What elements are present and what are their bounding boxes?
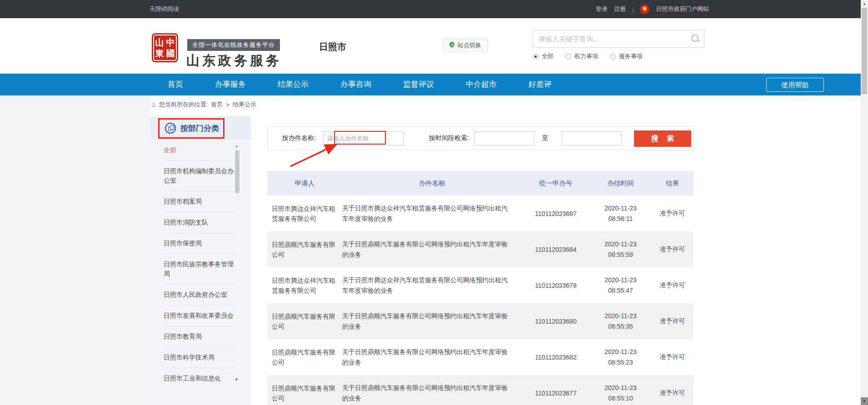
cell-date: 2020-11-23 xyxy=(590,347,651,357)
sidebar-scroll-up-icon[interactable]: ▲ xyxy=(234,144,239,148)
cell-datetime: 2020-11-23 08:55:23 xyxy=(590,347,651,368)
register-link[interactable]: 注册 xyxy=(614,5,626,13)
search-button[interactable]: 搜 索 xyxy=(634,130,691,147)
sidebar-scroll-down-icon[interactable]: ▼ xyxy=(234,377,239,382)
table-row: 日照市腾达众祥汽车租赁服务有限公司 关于日照市腾达众祥汽车租赁服务有限公司网络预… xyxy=(267,267,693,303)
platform-badge: 全国一体化在线政务服务平台 xyxy=(187,39,280,51)
cell-title: 关于日照鼎顺汽车服务有限公司网络预约出租汽车年度审验的业务 xyxy=(342,347,522,368)
sidebar-item[interactable]: 日照市机构编制委员会办公室 xyxy=(164,161,237,191)
page: 无障碍阅读 登录 注册 | ★ 日照市政府门户网站 山東 中國 全国一体化在线政… xyxy=(0,0,868,405)
cell-time: 08:55:23 xyxy=(590,357,651,368)
cell-id: 110112023687 xyxy=(522,210,590,217)
cell-result: 准予许可 xyxy=(651,245,693,254)
radio-selected-icon[interactable] xyxy=(533,54,539,60)
sidebar-item[interactable]: 日照市教育局 xyxy=(164,326,237,347)
cell-title: 关于日照鼎顺汽车服务有限公司网络预约出租汽车年度审验的业务 xyxy=(342,383,522,404)
cell-time: 08:56:11 xyxy=(590,214,651,224)
date-from-input[interactable] xyxy=(474,131,534,145)
filter-option-service[interactable]: 服务事项 xyxy=(610,52,643,60)
cell-time: 08:55:10 xyxy=(590,393,651,404)
results-table: 申请人 办件名称 统一申办号 办结时间 结果 日照市腾达众祥汽车租赁服务有限公司… xyxy=(267,171,693,405)
login-link[interactable]: 登录 xyxy=(596,5,608,13)
cell-result: 准予许可 xyxy=(651,317,693,325)
help-button[interactable]: 使用帮助 xyxy=(766,78,824,92)
nav-item-supervision[interactable]: 监督评议 xyxy=(387,74,450,95)
name-filter-label: 按办件名称: xyxy=(282,134,316,142)
cell-datetime: 2020-11-23 08:55:35 xyxy=(590,311,651,332)
nav-item-consult[interactable]: 办事咨询 xyxy=(324,74,387,95)
sidebar-item-all[interactable]: 全部 xyxy=(164,140,237,161)
col-header-id: 统一申办号 xyxy=(522,179,590,188)
accessibility-link[interactable]: 无障碍阅读 xyxy=(150,0,179,18)
breadcrumb-home-link[interactable]: 首页 xyxy=(211,100,223,109)
sidebar-item[interactable]: 日照市档案局 xyxy=(164,191,237,212)
header: 山東 中國 全国一体化在线政务服务平台 山东政务服务 日照市 站点切换 全部 权… xyxy=(0,18,868,74)
sidebar-item[interactable]: 日照市工业和信息化 xyxy=(164,368,237,389)
cell-date: 2020-11-23 xyxy=(590,239,651,250)
table-row: 日照鼎顺汽车服务有限公司 关于日照鼎顺汽车服务有限公司网络预约出租汽车年度审验的… xyxy=(267,231,693,267)
radio-icon[interactable] xyxy=(565,54,571,60)
filter-option-power[interactable]: 权力事项 xyxy=(565,52,598,60)
cell-id: 110112023677 xyxy=(522,390,590,397)
cell-datetime: 2020-11-23 08:55:10 xyxy=(590,383,651,404)
header-search-input[interactable] xyxy=(533,30,683,47)
cell-applicant: 日照鼎顺汽车服务有限公司 xyxy=(267,383,342,403)
category-icon xyxy=(165,123,176,134)
table-row: 日照鼎顺汽车服务有限公司 关于日照鼎顺汽车服务有限公司网络预约出租汽车年度审验的… xyxy=(267,339,693,375)
portal-link[interactable]: 日照市政府门户网站 xyxy=(656,5,709,13)
cell-applicant: 日照市腾达众祥汽车租赁服务有限公司 xyxy=(267,204,342,224)
topbar-separator: | xyxy=(632,6,634,13)
seal-left-chars: 山東 xyxy=(155,37,164,59)
table-row: 日照鼎顺汽车服务有限公司 关于日照鼎顺汽车服务有限公司网络预约出租汽车年度审验的… xyxy=(267,303,693,339)
sidebar-item[interactable]: 日照市科学技术局 xyxy=(164,347,237,368)
sidebar-scrollbar-thumb[interactable] xyxy=(235,150,239,194)
cell-applicant: 日照市腾达众祥汽车租赁服务有限公司 xyxy=(267,275,342,295)
cell-datetime: 2020-11-23 08:56:11 xyxy=(590,203,651,224)
col-header-applicant: 申请人 xyxy=(267,178,342,188)
breadcrumb-current[interactable]: 结果公示 xyxy=(233,100,256,109)
nav-item-services[interactable]: 办事服务 xyxy=(199,74,262,95)
radio-icon[interactable] xyxy=(610,54,616,60)
search-filter-bar: 按办件名称: 按时间段检索: 至 搜 索 xyxy=(267,126,693,150)
cell-date: 2020-11-23 xyxy=(590,275,651,285)
to-label: 至 xyxy=(542,134,549,142)
sidebar-title: 按部门分类 xyxy=(180,123,219,134)
table-header-row: 申请人 办件名称 统一申办号 办结时间 结果 xyxy=(267,171,693,195)
search-scope-filters: 全部 权力事项 服务事项 xyxy=(533,52,643,60)
nav-item-results[interactable]: 结果公示 xyxy=(262,74,324,95)
filter-label: 权力事项 xyxy=(574,52,598,60)
nav-item-home[interactable]: 首页 xyxy=(152,74,199,95)
cell-datetime: 2020-11-23 08:55:59 xyxy=(590,239,651,260)
cell-id: 110112023678 xyxy=(522,282,590,289)
scrollbar-thumb[interactable] xyxy=(862,8,867,94)
cell-title: 关于日照市腾达众祥汽车租赁服务有限公司网络预约出租汽车年度审验的业务 xyxy=(342,275,522,296)
sidebar-item[interactable]: 日照市发展和改革委员会 xyxy=(164,305,237,326)
scrollbar-up-icon[interactable]: ▲ xyxy=(861,0,868,8)
cell-time: 08:55:47 xyxy=(590,285,651,296)
case-name-input[interactable] xyxy=(323,131,404,145)
sidebar-item[interactable]: 日照市民族宗教事务管理局 xyxy=(164,254,237,285)
site-switch-label: 站点切换 xyxy=(458,41,481,50)
date-to-input[interactable] xyxy=(562,131,622,145)
cell-id: 110112023680 xyxy=(522,318,590,325)
cell-title: 关于日照鼎顺汽车服务有限公司网络预约出租汽车年度审验的业务 xyxy=(342,311,522,332)
filter-label: 全部 xyxy=(542,52,554,60)
site-switch-button[interactable]: 站点切换 xyxy=(443,39,488,52)
nav-item-intermediary[interactable]: 中介超市 xyxy=(450,74,513,95)
page-left-margin xyxy=(0,95,150,405)
sidebar-item[interactable]: 日照市消防支队 xyxy=(164,212,237,233)
cell-title: 关于日照鼎顺汽车服务有限公司网络预约出租汽车年度审验的业务 xyxy=(342,239,522,260)
sidebar-item[interactable]: 日照市人民政府办公室 xyxy=(164,285,237,305)
sidebar-item[interactable]: 日照市保密局 xyxy=(164,233,237,254)
scrollbar-down-icon[interactable]: ▼ xyxy=(861,397,868,405)
cell-result: 准予许可 xyxy=(651,389,693,397)
cell-time: 08:55:35 xyxy=(590,321,651,332)
filter-option-all[interactable]: 全部 xyxy=(533,52,554,60)
breadcrumb-prefix: 您当前所在的位置: xyxy=(159,100,208,109)
topbar-right: 登录 注册 | ★ 日照市政府门户网站 xyxy=(596,0,709,18)
page-scrollbar[interactable]: ▲ ▼ xyxy=(861,0,868,405)
search-icon[interactable] xyxy=(691,34,700,43)
city-name: 日照市 xyxy=(319,41,346,53)
cell-date: 2020-11-23 xyxy=(590,311,651,321)
nav-item-rating[interactable]: 好差评 xyxy=(513,74,568,95)
